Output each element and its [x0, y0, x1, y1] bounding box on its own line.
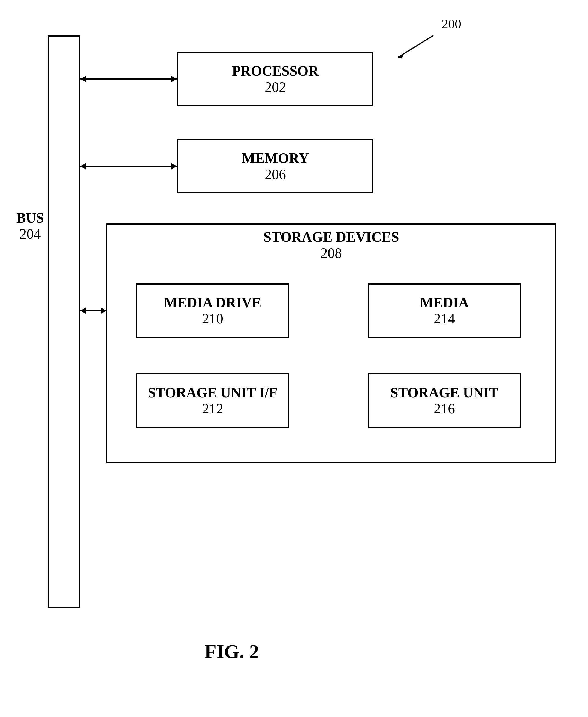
- memory-box: MEMORY 206: [177, 139, 374, 194]
- processor-label: PROCESSOR: [232, 63, 319, 79]
- svg-marker-9: [80, 307, 86, 314]
- memory-number: 206: [265, 166, 286, 182]
- svg-marker-4: [171, 76, 177, 82]
- ref-200-label: 200: [442, 16, 461, 31]
- storage-unit-box: STORAGE UNIT 216: [368, 373, 521, 428]
- media-drive-number: 210: [202, 311, 223, 327]
- svg-marker-7: [171, 163, 177, 170]
- storage-unit-if-box: STORAGE UNIT I/F 212: [136, 373, 289, 428]
- storage-unit-if-number: 212: [202, 400, 223, 417]
- svg-marker-10: [101, 307, 106, 314]
- memory-label: MEMORY: [242, 150, 309, 166]
- bus-number: 204: [16, 226, 44, 242]
- bus-label: BUS 204: [16, 210, 44, 242]
- media-box: MEDIA 214: [368, 283, 521, 338]
- figure-label: FIG. 2: [205, 640, 259, 663]
- media-drive-label: MEDIA DRIVE: [164, 295, 261, 311]
- processor-number: 202: [265, 79, 286, 95]
- processor-box: PROCESSOR 202: [177, 52, 374, 106]
- storage-unit-if-label: STORAGE UNIT I/F: [148, 385, 277, 400]
- svg-marker-3: [80, 76, 86, 82]
- bus-text: BUS: [16, 210, 44, 226]
- storage-devices-label: STORAGE DEVICES 208: [106, 229, 556, 261]
- media-label: MEDIA: [420, 295, 468, 311]
- storage-unit-label: STORAGE UNIT: [391, 385, 498, 400]
- media-drive-box: MEDIA DRIVE 210: [136, 283, 289, 338]
- media-number: 214: [434, 311, 455, 327]
- storage-devices-number: 208: [106, 245, 556, 261]
- bus-rectangle: [48, 36, 80, 608]
- svg-marker-1: [398, 53, 403, 59]
- storage-unit-number: 216: [434, 400, 455, 417]
- svg-marker-6: [80, 163, 86, 170]
- svg-line-0: [398, 36, 434, 57]
- diagram-container: 200 BUS 204 PROCESSOR 202 MEMORY 206 STO…: [0, 0, 588, 717]
- storage-devices-text: STORAGE DEVICES: [106, 229, 556, 245]
